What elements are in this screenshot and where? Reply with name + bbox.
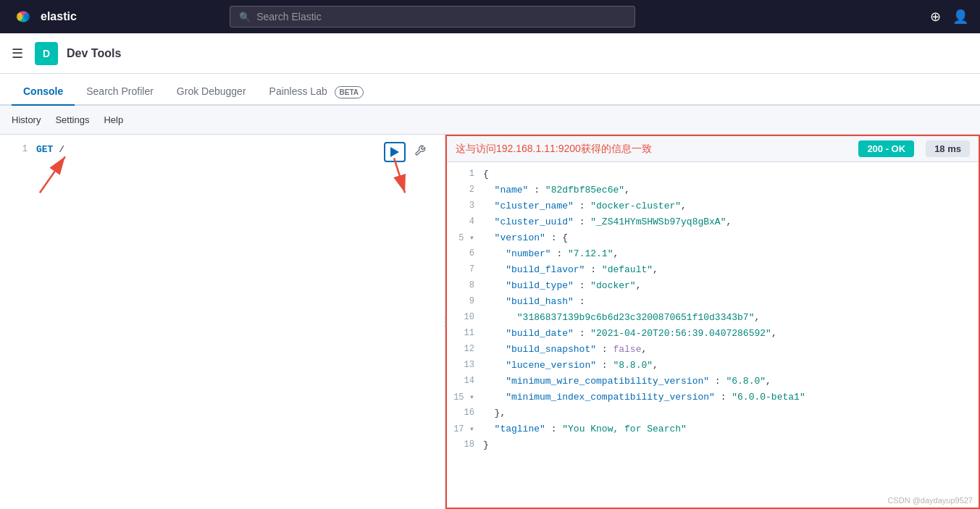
response-line-18: 18 } — [447, 439, 979, 455]
response-line-1: 1 { — [447, 168, 979, 184]
status-area: 200 - OK 18 ms — [858, 140, 970, 157]
beta-badge: BETA — [335, 86, 364, 98]
svg-point-3 — [17, 13, 22, 21]
svg-marker-5 — [390, 147, 399, 157]
top-navigation-bar: elastic 🔍 ⊕ 👤 — [0, 0, 980, 33]
tab-console[interactable]: Console — [12, 78, 75, 106]
status-ok-badge: 200 - OK — [858, 140, 914, 157]
wrench-button[interactable] — [411, 142, 429, 159]
response-line-11: 11 "build_date" : "2021-04-20T20:56:39.0… — [447, 327, 979, 343]
response-line-8: 8 "build_type" : "docker", — [447, 279, 979, 295]
response-header: 这与访问192.168.1.11:9200获得的信息一致 200 - OK 18… — [447, 136, 979, 162]
response-time-badge: 18 ms — [926, 140, 970, 157]
play-icon — [390, 147, 399, 157]
response-line-13: 13 "lucene_version" : "8.8.0", — [447, 359, 979, 375]
editor-panel[interactable]: 1 GET / — [0, 135, 445, 509]
resize-handle[interactable]: ⋮ — [442, 135, 448, 509]
response-line-17: 17 ▾ "tagline" : "You Know, for Search" — [447, 423, 979, 439]
elastic-logo-icon — [12, 5, 35, 28]
main-content: 1 GET / — [0, 135, 980, 509]
svg-point-4 — [24, 13, 30, 21]
app-title: Dev Tools — [67, 47, 121, 60]
editor-line-1: 1 GET / — [0, 140, 445, 158]
response-line-4: 4 "cluster_uuid" : "_ZS41HYmSHWSb97yq8gB… — [447, 216, 979, 232]
response-line-7: 7 "build_flavor" : "default", — [447, 264, 979, 279]
line-number-1: 1 — [6, 144, 28, 154]
help-button[interactable]: Help — [104, 114, 123, 125]
annotation-arrows — [0, 135, 445, 509]
annotation-text: 这与访问192.168.1.11:9200获得的信息一致 — [456, 143, 652, 156]
response-line-9: 9 "build_hash" : — [447, 295, 979, 311]
global-search-bar[interactable]: 🔍 — [230, 6, 635, 28]
user-avatar-icon[interactable]: 👤 — [952, 9, 968, 25]
tab-search-profiler[interactable]: Search Profiler — [75, 78, 165, 106]
response-line-3: 3 "cluster_name" : "docker-cluster", — [447, 200, 979, 216]
tab-painless-lab[interactable]: Painless Lab BETA — [258, 78, 376, 106]
app-avatar: D — [35, 42, 58, 65]
response-line-16: 16 }, — [447, 407, 979, 423]
tab-grok-debugger[interactable]: Grok Debugger — [165, 78, 258, 106]
response-line-6: 6 "number" : "7.12.1", — [447, 248, 979, 264]
settings-button[interactable]: Settings — [55, 114, 89, 125]
global-search-input[interactable] — [256, 11, 626, 22]
run-button[interactable] — [384, 142, 406, 162]
response-panel: 这与访问192.168.1.11:9200获得的信息一致 200 - OK 18… — [445, 135, 980, 509]
console-toolbar: History Settings Help — [0, 106, 980, 135]
search-icon: 🔍 — [239, 12, 251, 22]
tabs-bar: Console Search Profiler Grok Debugger Pa… — [0, 74, 980, 106]
line-content-1[interactable]: GET / — [36, 144, 64, 155]
help-icon[interactable]: ⊕ — [930, 9, 941, 25]
wrench-icon — [414, 145, 426, 156]
resize-dots-icon: ⋮ — [440, 315, 450, 329]
elastic-logo[interactable]: elastic — [12, 5, 77, 28]
elastic-wordmark: elastic — [41, 10, 77, 23]
response-line-10: 10 "3186837139b9c6b6d23c3200870651f10d33… — [447, 311, 979, 327]
response-line-12: 12 "build_snapshot" : false, — [447, 343, 979, 359]
editor-content[interactable]: 1 GET / — [0, 135, 445, 164]
history-button[interactable]: History — [12, 114, 41, 125]
response-line-15: 15 ▾ "minimum_index_compatibility_versio… — [447, 391, 979, 407]
response-line-14: 14 "minimum_wire_compatibility_version" … — [447, 375, 979, 391]
top-bar-actions: ⊕ 👤 — [930, 9, 968, 25]
hamburger-menu-button[interactable]: ☰ — [12, 46, 23, 62]
response-line-2: 2 "name" : "82dfbf85ec6e", — [447, 184, 979, 200]
secondary-header: ☰ D Dev Tools — [0, 33, 980, 74]
watermark: CSDN @daydayup9527 — [887, 496, 973, 505]
get-path: / — [59, 144, 64, 155]
response-content: 1 { 2 "name" : "82dfbf85ec6e", 3 "cluste… — [447, 162, 979, 509]
get-keyword: GET — [36, 144, 53, 155]
response-line-5: 5 ▾ "version" : { — [447, 232, 979, 248]
